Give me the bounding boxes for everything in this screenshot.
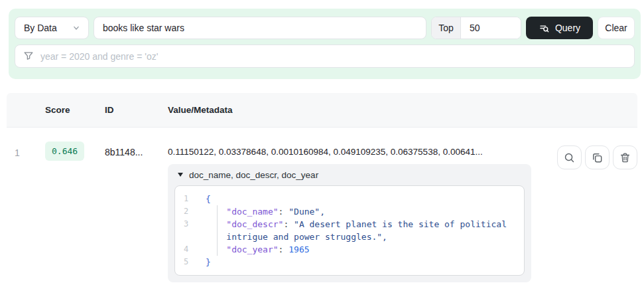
code-line: 2 "doc_name": "Dune", — [175, 205, 515, 218]
delete-button[interactable] — [613, 145, 637, 169]
code-line: 1 { — [175, 193, 515, 205]
metadata-collapse-toggle[interactable]: doc_name, doc_descr, doc_year — [174, 164, 525, 185]
score-badge: 0.646 — [45, 142, 84, 161]
table-row: 1 0.646 8b1148... 0.11150122, 0.03378648… — [7, 128, 637, 282]
top-k-input[interactable] — [461, 17, 521, 39]
header-id: ID — [105, 105, 168, 115]
header-value-metadata: Value/Metadata — [168, 105, 552, 115]
indent-guide — [217, 205, 218, 256]
triangle-down-icon — [178, 173, 183, 177]
chevron-down-icon — [71, 23, 82, 33]
code-line-wrapped: intrigue and power struggles.", — [175, 231, 515, 243]
code-line: 4 "doc_year": 1965 — [175, 243, 515, 256]
query-button-label: Query — [555, 23, 580, 33]
clear-button-label: Clear — [605, 23, 627, 33]
metadata-panel: doc_name, doc_descr, doc_year 1 { 2 "doc… — [168, 164, 531, 282]
json-code-block: 1 { 2 "doc_name": "Dune", 3 "doc_descr":… — [174, 185, 525, 276]
results-table: Score ID Value/Metadata 1 0.646 8b1148..… — [7, 93, 637, 282]
query-panel: By Data Top Query Clear — [9, 9, 641, 79]
list-search-icon — [539, 23, 550, 34]
magnifier-icon — [563, 151, 576, 164]
code-line: 5 } — [175, 256, 515, 268]
query-button[interactable]: Query — [526, 17, 593, 39]
filter-funnel-icon — [23, 50, 34, 62]
line-number: 5 — [175, 256, 206, 268]
row-id: 8b1148... — [105, 144, 168, 157]
vector-value-preview: 0.11150122, 0.03378648, 0.0010160984, 0.… — [168, 144, 552, 157]
query-mode-dropdown[interactable]: By Data — [15, 17, 89, 39]
query-controls-row: By Data Top Query Clear — [15, 17, 635, 39]
score-cell: 0.646 — [45, 144, 105, 161]
table-header: Score ID Value/Metadata — [7, 93, 637, 128]
metadata-fields-summary: doc_name, doc_descr, doc_year — [189, 170, 318, 180]
line-number: 4 — [175, 243, 206, 256]
code-line: 3 "doc_descr": "A desert planet is the s… — [175, 218, 515, 231]
header-score: Score — [45, 105, 105, 115]
row-actions — [552, 145, 637, 169]
trash-icon — [619, 151, 631, 164]
copy-icon — [591, 151, 604, 164]
top-k-group: Top — [431, 17, 521, 39]
line-number: 3 — [175, 218, 206, 231]
line-number: 2 — [175, 205, 206, 218]
inspect-button[interactable] — [557, 145, 582, 169]
filter-row — [15, 45, 635, 68]
copy-button[interactable] — [585, 145, 610, 169]
value-cell: 0.11150122, 0.03378648, 0.0010160984, 0.… — [168, 144, 552, 282]
query-mode-value: By Data — [24, 23, 57, 33]
line-number: 1 — [175, 193, 206, 205]
search-input[interactable] — [94, 17, 426, 39]
row-index: 1 — [7, 144, 45, 158]
line-number — [175, 231, 206, 243]
top-k-label: Top — [432, 17, 461, 39]
clear-button[interactable]: Clear — [598, 17, 635, 39]
filter-input[interactable] — [15, 45, 635, 68]
